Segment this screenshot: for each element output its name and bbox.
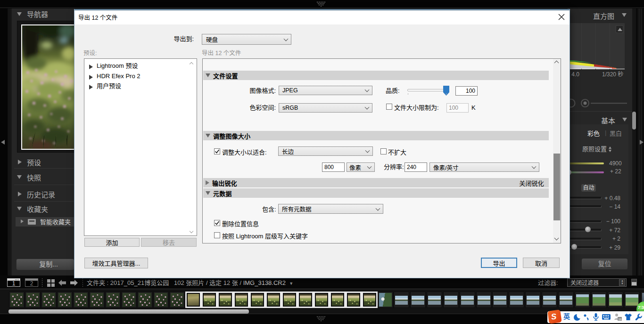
svg-text:19: 19 — [619, 318, 622, 321]
